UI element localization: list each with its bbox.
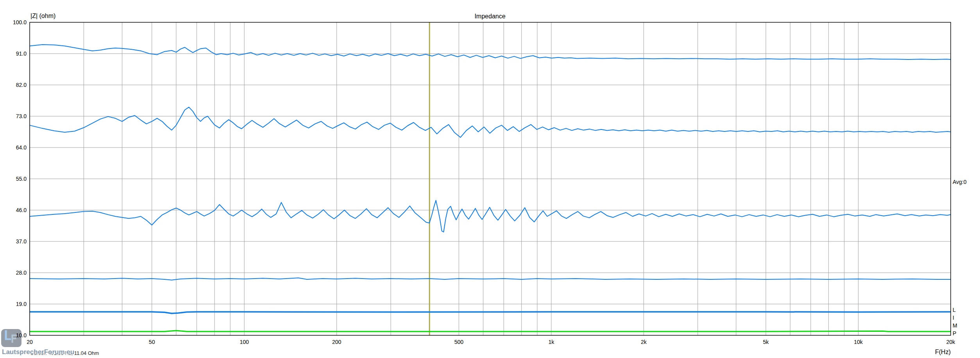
- limp-letter-p: P: [953, 329, 957, 337]
- y-tick-label: 46.0: [0, 207, 27, 213]
- x-tick-label: 20: [27, 339, 33, 345]
- impedance-curve-1: [30, 45, 951, 59]
- y-tick-label: 37.0: [0, 238, 27, 245]
- limp-letter-l: L: [953, 306, 957, 314]
- impedance-curve-6-green: [30, 331, 951, 331]
- x-tick-label: 500: [454, 339, 463, 345]
- limp-letter-m: M: [953, 322, 957, 329]
- impedance-curve-5: [30, 312, 951, 313]
- x-tick-label: 2k: [641, 339, 647, 345]
- y-tick-label: 28.0: [0, 270, 27, 276]
- averaging-count-label: Avg:0: [953, 179, 967, 185]
- y-tick-label: 82.0: [0, 82, 27, 88]
- limp-program-label: L I M P: [953, 306, 957, 337]
- y-tick-label: 64.0: [0, 144, 27, 151]
- impedance-plot: [0, 0, 980, 358]
- impedance-curve-3: [30, 200, 951, 232]
- limp-impedance-window: Impedance |Z| (ohm) F(Hz) Avg:0 L I M P …: [0, 0, 980, 358]
- chart-title: Impedance: [0, 13, 980, 20]
- x-tick-label: 100: [240, 339, 249, 345]
- x-tick-label: 50: [149, 339, 155, 345]
- impedance-curve-4: [30, 278, 951, 280]
- limp-letter-i: I: [953, 314, 957, 322]
- y-axis-title: |Z| (ohm): [30, 13, 55, 20]
- y-tick-label: 55.0: [0, 176, 27, 182]
- y-tick-label: 100.0: [0, 19, 27, 25]
- x-tick-label: 200: [332, 339, 341, 345]
- watermark-site-text: LautsprecherForum.eu: [2, 348, 74, 356]
- x-axis-title: F(Hz): [935, 349, 951, 356]
- x-tick-label: 10k: [854, 339, 863, 345]
- y-tick-label: 10.0: [0, 332, 27, 338]
- x-tick-label: 1k: [548, 339, 554, 345]
- impedance-curve-2: [30, 107, 951, 137]
- y-tick-label: 73.0: [0, 113, 27, 119]
- y-tick-label: 19.0: [0, 301, 27, 307]
- x-tick-label: 5k: [763, 339, 769, 345]
- y-tick-label: 91.0: [0, 50, 27, 57]
- x-tick-label: 20k: [946, 339, 955, 345]
